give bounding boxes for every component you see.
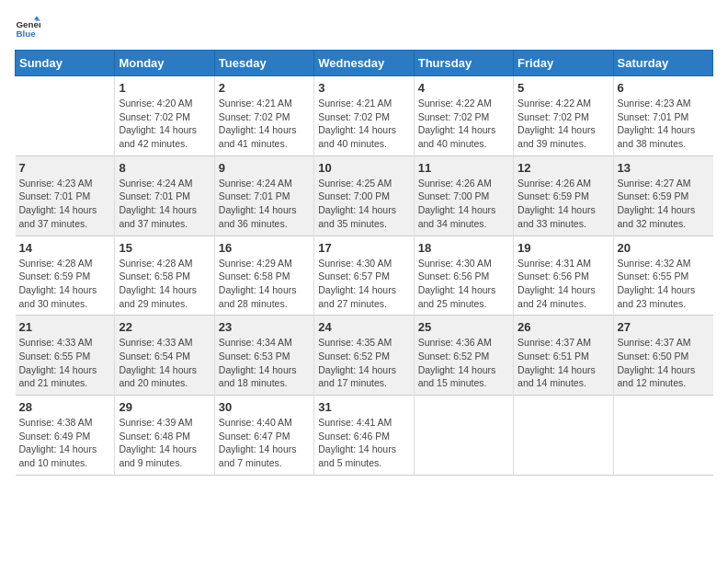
day-header-saturday: Saturday	[613, 51, 712, 76]
day-info: Sunrise: 4:22 AMSunset: 7:02 PMDaylight:…	[518, 97, 609, 151]
day-info: Sunrise: 4:33 AMSunset: 6:54 PMDaylight:…	[119, 336, 210, 390]
day-info: Sunrise: 4:28 AMSunset: 6:58 PMDaylight:…	[119, 257, 210, 311]
day-number: 13	[618, 161, 710, 175]
calendar-week-row: 21Sunrise: 4:33 AMSunset: 6:55 PMDayligh…	[16, 316, 713, 396]
day-info: Sunrise: 4:35 AMSunset: 6:52 PMDaylight:…	[318, 336, 409, 390]
calendar-table: SundayMondayTuesdayWednesdayThursdayFrid…	[15, 50, 713, 476]
day-info: Sunrise: 4:29 AMSunset: 6:58 PMDaylight:…	[219, 257, 310, 311]
day-info: Sunrise: 4:21 AMSunset: 7:02 PMDaylight:…	[318, 97, 409, 151]
day-number: 15	[119, 241, 210, 255]
day-number: 17	[318, 241, 409, 255]
day-number: 19	[518, 241, 609, 255]
calendar-cell: 4Sunrise: 4:22 AMSunset: 7:02 PMDaylight…	[414, 76, 513, 156]
day-number: 25	[418, 320, 509, 334]
day-number: 5	[518, 81, 609, 95]
day-number: 16	[219, 241, 310, 255]
day-info: Sunrise: 4:39 AMSunset: 6:48 PMDaylight:…	[119, 416, 210, 470]
calendar-cell: 25Sunrise: 4:36 AMSunset: 6:52 PMDayligh…	[414, 316, 513, 396]
calendar-week-row: 28Sunrise: 4:38 AMSunset: 6:49 PMDayligh…	[16, 396, 713, 476]
day-number: 9	[219, 161, 310, 175]
day-header-thursday: Thursday	[414, 51, 513, 76]
day-number: 26	[518, 320, 609, 334]
day-number: 6	[618, 81, 710, 95]
day-info: Sunrise: 4:38 AMSunset: 6:49 PMDaylight:…	[19, 416, 111, 470]
day-number: 24	[318, 320, 409, 334]
calendar-cell: 18Sunrise: 4:30 AMSunset: 6:56 PMDayligh…	[414, 236, 513, 316]
day-number: 22	[119, 320, 210, 334]
day-info: Sunrise: 4:37 AMSunset: 6:51 PMDaylight:…	[518, 336, 609, 390]
day-info: Sunrise: 4:21 AMSunset: 7:02 PMDaylight:…	[219, 97, 310, 151]
day-number: 3	[318, 81, 409, 95]
day-number: 4	[418, 81, 509, 95]
day-header-wednesday: Wednesday	[314, 51, 414, 76]
day-info: Sunrise: 4:30 AMSunset: 6:57 PMDaylight:…	[318, 257, 409, 311]
calendar-cell: 15Sunrise: 4:28 AMSunset: 6:58 PMDayligh…	[115, 236, 214, 316]
calendar-cell: 16Sunrise: 4:29 AMSunset: 6:58 PMDayligh…	[214, 236, 313, 316]
day-info: Sunrise: 4:37 AMSunset: 6:50 PMDaylight:…	[618, 336, 710, 390]
day-number: 29	[119, 400, 210, 414]
day-number: 21	[19, 320, 111, 334]
logo-icon: General Blue	[15, 15, 40, 40]
day-number: 18	[418, 241, 509, 255]
calendar-cell: 9Sunrise: 4:24 AMSunset: 7:01 PMDaylight…	[214, 155, 313, 236]
calendar-cell: 8Sunrise: 4:24 AMSunset: 7:01 PMDaylight…	[115, 155, 214, 236]
day-number: 20	[618, 241, 710, 255]
calendar-week-row: 1Sunrise: 4:20 AMSunset: 7:02 PMDaylight…	[16, 76, 713, 156]
day-info: Sunrise: 4:36 AMSunset: 6:52 PMDaylight:…	[418, 336, 509, 390]
day-info: Sunrise: 4:20 AMSunset: 7:02 PMDaylight:…	[119, 97, 210, 151]
day-number: 12	[518, 161, 609, 175]
calendar-cell: 11Sunrise: 4:26 AMSunset: 7:00 PMDayligh…	[414, 155, 513, 236]
day-info: Sunrise: 4:24 AMSunset: 7:01 PMDaylight:…	[119, 177, 210, 231]
page-header: General Blue	[15, 15, 713, 40]
day-header-monday: Monday	[115, 51, 214, 76]
calendar-cell: 20Sunrise: 4:32 AMSunset: 6:55 PMDayligh…	[613, 236, 712, 316]
calendar-cell: 30Sunrise: 4:40 AMSunset: 6:47 PMDayligh…	[214, 396, 313, 476]
day-number: 11	[418, 161, 509, 175]
svg-text:Blue: Blue	[16, 29, 36, 39]
calendar-cell: 17Sunrise: 4:30 AMSunset: 6:57 PMDayligh…	[314, 236, 414, 316]
calendar-cell: 6Sunrise: 4:23 AMSunset: 7:01 PMDaylight…	[613, 76, 712, 156]
calendar-cell: 14Sunrise: 4:28 AMSunset: 6:59 PMDayligh…	[16, 236, 115, 316]
calendar-cell: 29Sunrise: 4:39 AMSunset: 6:48 PMDayligh…	[115, 396, 214, 476]
calendar-week-row: 14Sunrise: 4:28 AMSunset: 6:59 PMDayligh…	[16, 236, 713, 316]
day-info: Sunrise: 4:23 AMSunset: 7:01 PMDaylight:…	[618, 97, 710, 151]
calendar-cell: 13Sunrise: 4:27 AMSunset: 6:59 PMDayligh…	[613, 155, 712, 236]
day-number: 14	[19, 241, 111, 255]
day-info: Sunrise: 4:31 AMSunset: 6:56 PMDaylight:…	[518, 257, 609, 311]
day-info: Sunrise: 4:22 AMSunset: 7:02 PMDaylight:…	[418, 97, 509, 151]
day-info: Sunrise: 4:23 AMSunset: 7:01 PMDaylight:…	[19, 177, 111, 231]
day-info: Sunrise: 4:33 AMSunset: 6:55 PMDaylight:…	[19, 336, 111, 390]
day-number: 2	[219, 81, 310, 95]
calendar-cell: 1Sunrise: 4:20 AMSunset: 7:02 PMDaylight…	[115, 76, 214, 156]
day-number: 8	[119, 161, 210, 175]
day-info: Sunrise: 4:26 AMSunset: 7:00 PMDaylight:…	[418, 177, 509, 231]
calendar-cell: 12Sunrise: 4:26 AMSunset: 6:59 PMDayligh…	[514, 155, 613, 236]
day-number: 30	[219, 400, 310, 414]
calendar-cell: 23Sunrise: 4:34 AMSunset: 6:53 PMDayligh…	[214, 316, 313, 396]
day-number: 23	[219, 320, 310, 334]
calendar-cell: 31Sunrise: 4:41 AMSunset: 6:46 PMDayligh…	[314, 396, 414, 476]
day-number: 27	[618, 320, 710, 334]
calendar-week-row: 7Sunrise: 4:23 AMSunset: 7:01 PMDaylight…	[16, 155, 713, 236]
calendar-cell: 10Sunrise: 4:25 AMSunset: 7:00 PMDayligh…	[314, 155, 414, 236]
day-number: 1	[119, 81, 210, 95]
day-info: Sunrise: 4:24 AMSunset: 7:01 PMDaylight:…	[219, 177, 310, 231]
calendar-cell: 3Sunrise: 4:21 AMSunset: 7:02 PMDaylight…	[314, 76, 414, 156]
logo: General Blue	[15, 15, 44, 40]
day-number: 10	[318, 161, 409, 175]
day-info: Sunrise: 4:34 AMSunset: 6:53 PMDaylight:…	[219, 336, 310, 390]
day-header-friday: Friday	[514, 51, 613, 76]
calendar-cell	[613, 396, 712, 476]
day-info: Sunrise: 4:40 AMSunset: 6:47 PMDaylight:…	[219, 416, 310, 470]
day-info: Sunrise: 4:28 AMSunset: 6:59 PMDaylight:…	[19, 257, 111, 311]
calendar-cell	[16, 76, 115, 156]
day-number: 7	[19, 161, 111, 175]
day-number: 31	[318, 400, 409, 414]
day-header-sunday: Sunday	[16, 51, 115, 76]
day-number: 28	[19, 400, 111, 414]
day-info: Sunrise: 4:41 AMSunset: 6:46 PMDaylight:…	[318, 416, 409, 470]
calendar-cell: 26Sunrise: 4:37 AMSunset: 6:51 PMDayligh…	[514, 316, 613, 396]
day-info: Sunrise: 4:30 AMSunset: 6:56 PMDaylight:…	[418, 257, 509, 311]
calendar-cell: 22Sunrise: 4:33 AMSunset: 6:54 PMDayligh…	[115, 316, 214, 396]
day-info: Sunrise: 4:25 AMSunset: 7:00 PMDaylight:…	[318, 177, 409, 231]
